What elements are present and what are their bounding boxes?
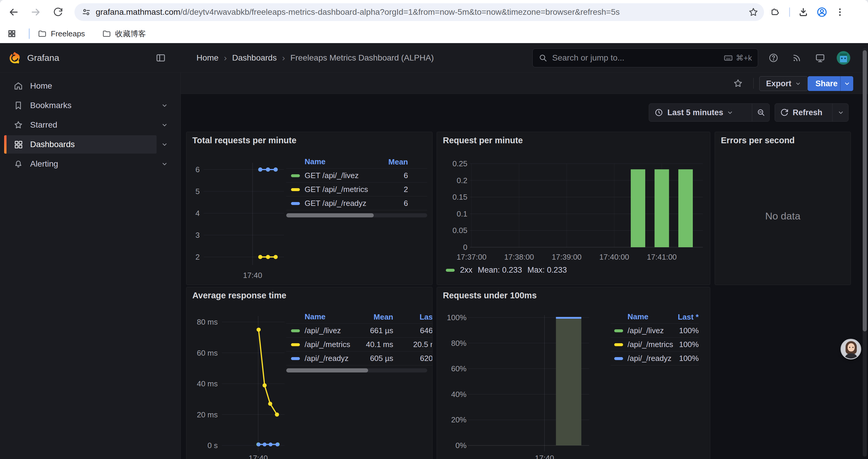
news-button[interactable] [790,51,804,65]
time-range-button[interactable]: Last 5 minutes [649,104,769,121]
sidebar-item-home[interactable]: Home [0,76,181,96]
keyboard-icon [723,53,733,63]
bookmark-folder-freeleaps[interactable]: Freeleaps [33,27,90,41]
profile-button[interactable] [815,5,829,19]
share-menu-button[interactable] [840,76,853,91]
bell-icon [13,159,23,169]
grafana-logo[interactable] [8,52,21,64]
legend-color-chip[interactable] [291,202,300,205]
svg-text:40 ms: 40 ms [197,379,218,388]
sidebar-toggle-icon [156,53,166,63]
legend-row: /api/_/readyz100% [611,352,699,365]
refresh-interval-button[interactable] [833,104,849,121]
legend-header-mean[interactable]: Mean [337,157,408,166]
apps-button[interactable] [5,27,19,41]
avatar-pixel-eye [844,58,846,59]
browser-toolbar: grafana.mathmast.com/d/deytv4rwavabkb/fr… [0,0,868,24]
folder-icon [38,29,47,38]
bookmark-folder-blogs[interactable]: 收藏博客 [97,27,151,41]
legend-color-chip[interactable] [614,329,623,332]
toolbar-divider [789,7,790,17]
legend-color-chip[interactable] [291,343,300,346]
legend-scrollbar-thumb[interactable] [286,368,368,372]
legend-header-last[interactable]: Last * [628,312,699,321]
legend-scrollbar-thumb[interactable] [286,213,374,218]
legend-table: NameLast */api/_/livez100%/api/_/metrics… [611,310,699,365]
bookmark-star-button[interactable] [748,7,759,18]
site-settings-icon[interactable] [82,7,91,17]
scrollbar-thumb[interactable] [863,50,867,331]
svg-text:80%: 80% [451,339,466,348]
panel-errors-per-second[interactable]: Errors per second No data [715,132,851,285]
forward-button[interactable] [29,5,43,19]
favorite-dashboard-button[interactable] [731,76,745,90]
dashboard-canvas: Last 5 minutes Refresh [181,94,868,459]
chevron-down-icon[interactable] [161,102,168,110]
legend-color-chip[interactable] [614,343,623,346]
chevron-down-icon[interactable] [161,122,168,129]
legend-color-chip[interactable] [614,357,623,360]
legend-color-chip[interactable] [291,188,300,191]
extensions-button[interactable] [768,5,782,19]
sidebar-item-starred[interactable]: Starred [0,115,181,135]
profile-icon [816,6,828,18]
legend-color-chip[interactable] [446,269,455,272]
legend-row: GET /api/_/livez6 [286,169,427,183]
page-scrollbar[interactable] [863,48,867,457]
panel-requests-under-100ms[interactable]: Requests under 100ms 100%80%60%40%20%0%1… [437,287,710,459]
breadcrumb-current[interactable]: Freeleaps Metrics Dashboard (ALPHA) [290,53,434,63]
downloads-button[interactable] [796,5,810,19]
export-button[interactable]: Export [759,76,808,91]
refresh-icon [780,108,788,117]
refresh-label: Refresh [793,108,823,117]
svg-text:17:39:00: 17:39:00 [552,253,582,261]
svg-text:20%: 20% [451,415,466,424]
panel-avg-response-time[interactable]: Average response time 80 ms60 ms40 ms20 … [186,287,433,459]
reload-button[interactable] [51,5,65,19]
legend-scrollbar[interactable] [286,213,427,218]
legend-scrollbar[interactable] [286,368,427,372]
legend-color-chip[interactable] [291,174,300,177]
sidebar-item-bookmarks[interactable]: Bookmarks [0,96,181,115]
breadcrumb-separator: › [282,53,285,63]
url-bar[interactable]: grafana.mathmast.com/d/deytv4rwavabkb/fr… [74,3,764,21]
share-button[interactable]: Share [808,76,845,91]
chevron-down-icon[interactable] [161,141,168,149]
legend-header-name[interactable]: Name [305,157,326,166]
breadcrumb-dashboards[interactable]: Dashboards [232,53,277,63]
legend-header: NameLast * [611,310,699,324]
mega-menu-toggle[interactable] [154,51,168,65]
avatar-eye [852,347,854,348]
svg-text:0.1: 0.1 [457,209,467,218]
svg-text:80 ms: 80 ms [197,318,218,326]
user-avatar[interactable] [837,51,850,65]
no-data-message: No data [715,210,850,222]
help-button[interactable] [766,51,780,65]
browser-menu-button[interactable] [833,5,847,19]
legend-series-name[interactable]: 2xx [460,266,472,275]
avatar-pixel-face [840,56,847,62]
legend-color-chip[interactable] [291,329,300,332]
zoom-out-time-button[interactable] [752,104,770,121]
sidebar-item-alerting[interactable]: Alerting [0,154,181,174]
sidebar-item-dashboards[interactable]: Dashboards [0,135,181,154]
floating-assistant-avatar[interactable] [840,339,861,359]
kiosk-mode-button[interactable] [813,51,827,65]
svg-text:2: 2 [195,253,200,261]
legend-header-las[interactable]: Las [362,312,433,321]
svg-text:17:40: 17:40 [248,454,268,459]
legend-row: /api/_/livez100% [611,324,699,338]
panel-total-requests[interactable]: Total requests per minute 6543217:40 Nam… [186,132,433,285]
search-input[interactable] [552,53,723,63]
search-box[interactable]: ⌘+k [532,48,758,67]
chevron-down-icon[interactable] [161,161,168,168]
legend-color-chip[interactable] [291,357,300,360]
back-button[interactable] [6,5,21,19]
bookmark-label: Freeleaps [51,29,85,38]
legend-row: /api/_/readyz605 µs620 [286,352,433,365]
download-icon [798,7,808,17]
kebab-menu-icon [835,7,845,17]
panel-request-per-minute[interactable]: Request per minute 0.250.20.150.10.05017… [437,132,710,285]
breadcrumb-home[interactable]: Home [196,53,219,63]
request-per-minute-chart: 0.250.20.150.10.05017:37:0017:38:0017:39… [437,132,710,285]
